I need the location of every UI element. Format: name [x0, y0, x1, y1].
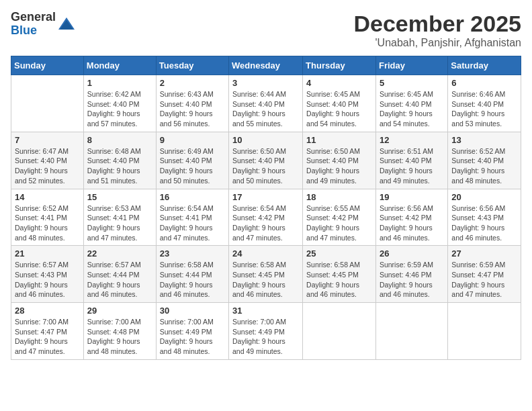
day-info: Sunrise: 6:59 AMSunset: 4:47 PMDaylight:… — [451, 260, 517, 300]
day-number: 6 — [451, 78, 517, 88]
day-info: Sunrise: 6:50 AMSunset: 4:40 PMDaylight:… — [232, 146, 299, 186]
calendar-cell: 18Sunrise: 6:55 AMSunset: 4:42 PMDayligh… — [303, 189, 376, 246]
logo: General Blue — [11, 11, 76, 38]
weekday-header: Monday — [83, 56, 156, 75]
day-info: Sunrise: 6:54 AMSunset: 4:42 PMDaylight:… — [232, 203, 299, 243]
day-number: 14 — [15, 192, 80, 202]
weekday-header: Wednesday — [229, 56, 303, 75]
day-info: Sunrise: 6:51 AMSunset: 4:40 PMDaylight:… — [380, 146, 444, 186]
day-info: Sunrise: 6:48 AMSunset: 4:40 PMDaylight:… — [87, 146, 152, 186]
day-info: Sunrise: 6:45 AMSunset: 4:40 PMDaylight:… — [380, 89, 444, 129]
calendar-cell: 22Sunrise: 6:57 AMSunset: 4:44 PMDayligh… — [83, 246, 156, 303]
weekday-header: Saturday — [448, 56, 521, 75]
day-info: Sunrise: 7:00 AMSunset: 4:49 PMDaylight:… — [160, 317, 225, 357]
day-info: Sunrise: 6:44 AMSunset: 4:40 PMDaylight:… — [232, 89, 299, 129]
day-info: Sunrise: 6:56 AMSunset: 4:43 PMDaylight:… — [451, 203, 517, 243]
calendar-cell: 29Sunrise: 7:00 AMSunset: 4:48 PMDayligh… — [83, 303, 156, 360]
weekday-header: Sunday — [11, 56, 84, 75]
day-number: 5 — [380, 78, 444, 88]
day-number: 23 — [160, 248, 225, 259]
day-info: Sunrise: 6:55 AMSunset: 4:42 PMDaylight:… — [306, 203, 372, 243]
day-info: Sunrise: 6:45 AMSunset: 4:40 PMDaylight:… — [306, 89, 372, 129]
calendar-cell: 30Sunrise: 7:00 AMSunset: 4:49 PMDayligh… — [156, 303, 228, 360]
logo-blue-text: Blue — [11, 24, 56, 38]
day-number: 3 — [232, 78, 299, 88]
calendar-cell: 26Sunrise: 6:59 AMSunset: 4:46 PMDayligh… — [375, 246, 447, 303]
day-info: Sunrise: 7:00 AMSunset: 4:47 PMDaylight:… — [15, 317, 80, 357]
calendar-cell: 5Sunrise: 6:45 AMSunset: 4:40 PMDaylight… — [375, 75, 447, 132]
day-number: 1 — [87, 78, 152, 88]
calendar-cell: 9Sunrise: 6:49 AMSunset: 4:40 PMDaylight… — [156, 132, 228, 189]
day-number: 8 — [87, 135, 152, 145]
calendar-cell: 2Sunrise: 6:43 AMSunset: 4:40 PMDaylight… — [156, 75, 228, 132]
day-number: 10 — [232, 135, 299, 145]
day-number: 31 — [232, 306, 299, 316]
day-info: Sunrise: 6:49 AMSunset: 4:40 PMDaylight:… — [160, 146, 225, 186]
calendar-week-row: 21Sunrise: 6:57 AMSunset: 4:43 PMDayligh… — [11, 246, 521, 303]
day-number: 19 — [380, 192, 444, 202]
day-number: 26 — [380, 248, 444, 259]
calendar-cell: 12Sunrise: 6:51 AMSunset: 4:40 PMDayligh… — [375, 132, 447, 189]
calendar-cell — [11, 75, 84, 132]
weekday-header: Tuesday — [156, 56, 228, 75]
day-info: Sunrise: 6:53 AMSunset: 4:41 PMDaylight:… — [87, 203, 152, 243]
day-info: Sunrise: 6:58 AMSunset: 4:44 PMDaylight:… — [160, 260, 225, 300]
calendar-cell: 17Sunrise: 6:54 AMSunset: 4:42 PMDayligh… — [229, 189, 303, 246]
title-area: December 2025 'Unabah, Panjshir, Afghani… — [353, 11, 521, 49]
day-info: Sunrise: 6:59 AMSunset: 4:46 PMDaylight:… — [380, 260, 444, 300]
day-number: 4 — [306, 78, 372, 88]
day-number: 12 — [380, 135, 444, 145]
calendar-week-row: 1Sunrise: 6:42 AMSunset: 4:40 PMDaylight… — [11, 75, 521, 132]
day-info: Sunrise: 6:43 AMSunset: 4:40 PMDaylight:… — [160, 89, 225, 129]
month-title: December 2025 — [353, 11, 521, 37]
calendar-cell: 24Sunrise: 6:58 AMSunset: 4:45 PMDayligh… — [229, 246, 303, 303]
day-info: Sunrise: 7:00 AMSunset: 4:49 PMDaylight:… — [232, 317, 299, 357]
day-number: 29 — [87, 306, 152, 316]
day-info: Sunrise: 6:50 AMSunset: 4:40 PMDaylight:… — [306, 146, 372, 186]
calendar-cell: 21Sunrise: 6:57 AMSunset: 4:43 PMDayligh… — [11, 246, 84, 303]
calendar-cell: 7Sunrise: 6:47 AMSunset: 4:40 PMDaylight… — [11, 132, 84, 189]
calendar-cell — [375, 303, 447, 360]
calendar-cell: 6Sunrise: 6:46 AMSunset: 4:40 PMDaylight… — [448, 75, 521, 132]
day-number: 27 — [451, 248, 517, 259]
page-header: General Blue December 2025 'Unabah, Panj… — [11, 11, 521, 49]
calendar-cell — [303, 303, 376, 360]
day-number: 24 — [232, 248, 299, 259]
calendar-cell: 19Sunrise: 6:56 AMSunset: 4:42 PMDayligh… — [375, 189, 447, 246]
calendar-cell: 25Sunrise: 6:58 AMSunset: 4:45 PMDayligh… — [303, 246, 376, 303]
day-info: Sunrise: 6:47 AMSunset: 4:40 PMDaylight:… — [15, 146, 80, 186]
calendar-cell: 20Sunrise: 6:56 AMSunset: 4:43 PMDayligh… — [448, 189, 521, 246]
day-info: Sunrise: 6:52 AMSunset: 4:40 PMDaylight:… — [451, 146, 517, 186]
day-number: 13 — [451, 135, 517, 145]
day-number: 16 — [160, 192, 225, 202]
day-number: 18 — [306, 192, 372, 202]
calendar-cell: 15Sunrise: 6:53 AMSunset: 4:41 PMDayligh… — [83, 189, 156, 246]
calendar-cell: 27Sunrise: 6:59 AMSunset: 4:47 PMDayligh… — [448, 246, 521, 303]
day-info: Sunrise: 7:00 AMSunset: 4:48 PMDaylight:… — [87, 317, 152, 357]
day-number: 20 — [451, 192, 517, 202]
calendar-cell: 1Sunrise: 6:42 AMSunset: 4:40 PMDaylight… — [83, 75, 156, 132]
calendar-week-row: 14Sunrise: 6:52 AMSunset: 4:41 PMDayligh… — [11, 189, 521, 246]
calendar-cell: 3Sunrise: 6:44 AMSunset: 4:40 PMDaylight… — [229, 75, 303, 132]
calendar-table: SundayMondayTuesdayWednesdayThursdayFrid… — [11, 56, 521, 360]
calendar-header-row: SundayMondayTuesdayWednesdayThursdayFrid… — [11, 56, 521, 75]
calendar-cell: 28Sunrise: 7:00 AMSunset: 4:47 PMDayligh… — [11, 303, 84, 360]
day-info: Sunrise: 6:52 AMSunset: 4:41 PMDaylight:… — [15, 203, 80, 243]
day-number: 9 — [160, 135, 225, 145]
location-title: 'Unabah, Panjshir, Afghanistan — [353, 37, 521, 49]
calendar-cell: 23Sunrise: 6:58 AMSunset: 4:44 PMDayligh… — [156, 246, 228, 303]
calendar-cell: 4Sunrise: 6:45 AMSunset: 4:40 PMDaylight… — [303, 75, 376, 132]
calendar-week-row: 7Sunrise: 6:47 AMSunset: 4:40 PMDaylight… — [11, 132, 521, 189]
day-number: 2 — [160, 78, 225, 88]
calendar-cell: 11Sunrise: 6:50 AMSunset: 4:40 PMDayligh… — [303, 132, 376, 189]
day-number: 15 — [87, 192, 152, 202]
day-info: Sunrise: 6:58 AMSunset: 4:45 PMDaylight:… — [306, 260, 372, 300]
day-info: Sunrise: 6:57 AMSunset: 4:43 PMDaylight:… — [15, 260, 80, 300]
day-number: 22 — [87, 248, 152, 259]
weekday-header: Thursday — [303, 56, 376, 75]
logo-general-text: General — [11, 11, 56, 24]
day-info: Sunrise: 6:42 AMSunset: 4:40 PMDaylight:… — [87, 89, 152, 129]
calendar-cell: 13Sunrise: 6:52 AMSunset: 4:40 PMDayligh… — [448, 132, 521, 189]
day-info: Sunrise: 6:56 AMSunset: 4:42 PMDaylight:… — [380, 203, 444, 243]
calendar-cell: 14Sunrise: 6:52 AMSunset: 4:41 PMDayligh… — [11, 189, 84, 246]
